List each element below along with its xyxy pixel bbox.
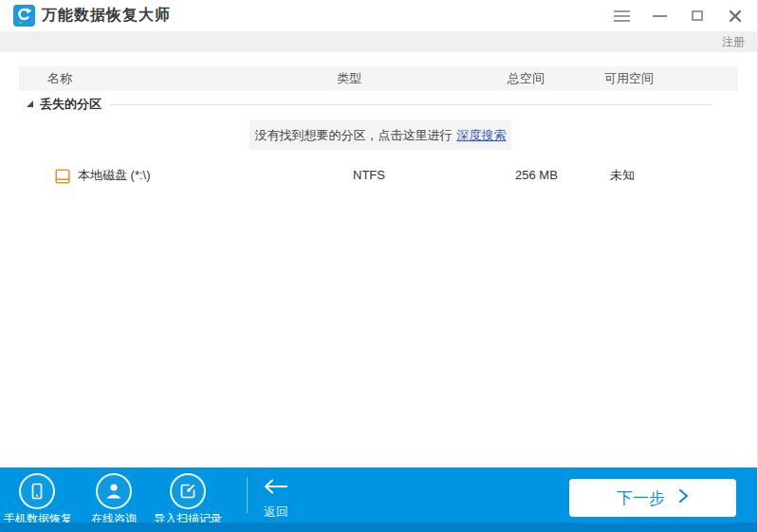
online-consult-button[interactable]: 在线咨询 bbox=[81, 468, 147, 523]
import-scan-button[interactable]: 导入扫描记录 bbox=[147, 468, 229, 523]
footer-bar: 手机数据恢复 在线咨询 导入扫描记录 bbox=[0, 468, 757, 523]
collapse-triangle-icon[interactable] bbox=[27, 101, 33, 107]
footer-bottom-strip bbox=[0, 523, 757, 532]
cell-free: 未知 bbox=[610, 163, 635, 188]
phone-recovery-button[interactable]: 手机数据恢复 bbox=[4, 468, 70, 523]
register-link[interactable]: 注册 bbox=[722, 31, 745, 52]
cell-name: 本地磁盘 (*:\) bbox=[78, 163, 151, 188]
app-logo-icon bbox=[13, 5, 35, 27]
import-icon bbox=[170, 473, 206, 509]
table-row[interactable]: 本地磁盘 (*:\) NTFS 256 MB 未知 bbox=[19, 163, 738, 188]
disk-icon bbox=[55, 168, 70, 193]
menu-icon[interactable] bbox=[613, 8, 630, 25]
register-bar: 注册 bbox=[0, 31, 757, 52]
cell-total: 256 MB bbox=[515, 163, 558, 188]
footer-divider bbox=[247, 477, 248, 513]
page-title: 万能数据恢复大师 bbox=[42, 6, 171, 26]
column-header-free: 可用空间 bbox=[604, 66, 654, 91]
next-step-button[interactable]: 下一步 bbox=[569, 479, 736, 517]
notice-text: 没有找到想要的分区，点击这里进行 bbox=[255, 128, 453, 142]
table-header: 名称 类型 总空间 可用空间 bbox=[19, 66, 738, 91]
partition-group-label: 丢失的分区 bbox=[40, 96, 102, 113]
minimize-button[interactable] bbox=[651, 8, 668, 25]
app-window: 万能数据恢复大师 注册 名称 类型 总空间 可用空间 丢失的分区 没有找到想要的… bbox=[0, 0, 758, 532]
chevron-right-icon bbox=[678, 488, 689, 508]
next-step-label: 下一步 bbox=[617, 487, 665, 509]
column-header-name: 名称 bbox=[47, 66, 72, 91]
phone-icon bbox=[19, 473, 55, 509]
maximize-button[interactable] bbox=[689, 8, 706, 25]
back-label: 返回 bbox=[264, 504, 321, 521]
column-header-type: 类型 bbox=[337, 66, 361, 91]
person-icon bbox=[96, 473, 132, 509]
close-button[interactable] bbox=[727, 8, 744, 25]
cell-type: NTFS bbox=[353, 163, 385, 188]
column-header-total: 总空间 bbox=[508, 66, 545, 91]
window-controls bbox=[613, 0, 744, 31]
back-arrow-icon bbox=[264, 481, 288, 497]
group-divider-line bbox=[110, 104, 712, 105]
deep-search-notice: 没有找到想要的分区，点击这里进行深度搜索 bbox=[250, 120, 511, 150]
titlebar: 万能数据恢复大师 bbox=[0, 0, 757, 31]
deep-search-link[interactable]: 深度搜索 bbox=[457, 128, 507, 142]
partition-group-row: 丢失的分区 bbox=[0, 96, 757, 113]
back-button[interactable]: 返回 bbox=[264, 479, 321, 521]
